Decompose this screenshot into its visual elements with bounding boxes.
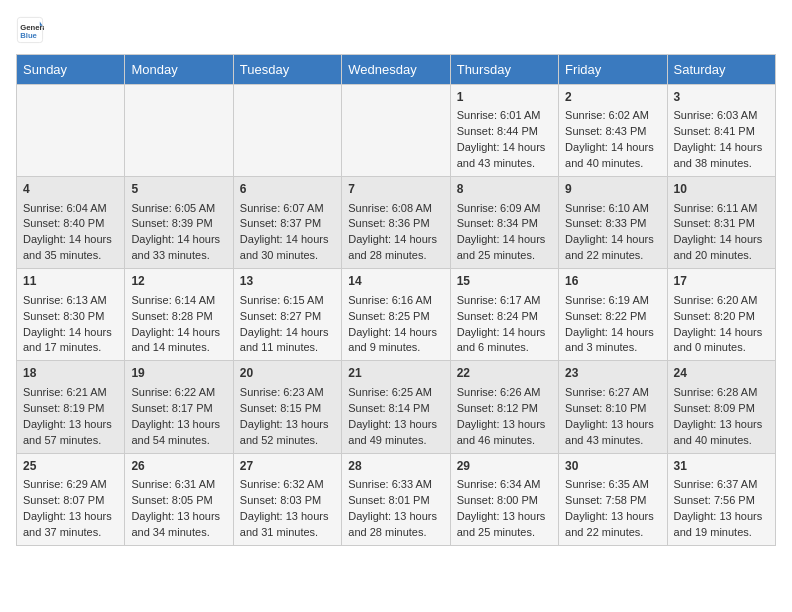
calendar-cell: 24Sunrise: 6:28 AMSunset: 8:09 PMDayligh… (667, 361, 775, 453)
day-info: and 6 minutes. (457, 340, 552, 356)
day-info: Daylight: 14 hours (565, 232, 660, 248)
day-info: Daylight: 14 hours (674, 140, 769, 156)
day-number: 30 (565, 458, 660, 475)
day-number: 2 (565, 89, 660, 106)
day-info: Sunrise: 6:05 AM (131, 201, 226, 217)
day-info: and 37 minutes. (23, 525, 118, 541)
day-info: Daylight: 14 hours (348, 325, 443, 341)
calendar-cell: 12Sunrise: 6:14 AMSunset: 8:28 PMDayligh… (125, 269, 233, 361)
day-info: Sunset: 8:22 PM (565, 309, 660, 325)
day-info: Daylight: 14 hours (23, 232, 118, 248)
day-info: Sunrise: 6:01 AM (457, 108, 552, 124)
calendar-cell: 10Sunrise: 6:11 AMSunset: 8:31 PMDayligh… (667, 177, 775, 269)
day-info: Sunrise: 6:19 AM (565, 293, 660, 309)
day-info: and 33 minutes. (131, 248, 226, 264)
calendar-cell: 14Sunrise: 6:16 AMSunset: 8:25 PMDayligh… (342, 269, 450, 361)
day-number: 31 (674, 458, 769, 475)
calendar-cell: 21Sunrise: 6:25 AMSunset: 8:14 PMDayligh… (342, 361, 450, 453)
day-info: Sunset: 8:27 PM (240, 309, 335, 325)
page-header: General Blue (16, 16, 776, 44)
day-info: Sunrise: 6:04 AM (23, 201, 118, 217)
day-info: Daylight: 13 hours (131, 509, 226, 525)
day-info: Sunset: 8:40 PM (23, 216, 118, 232)
day-info: Sunrise: 6:11 AM (674, 201, 769, 217)
header-row: SundayMondayTuesdayWednesdayThursdayFrid… (17, 55, 776, 85)
day-number: 15 (457, 273, 552, 290)
day-info: Sunrise: 6:35 AM (565, 477, 660, 493)
day-info: Sunrise: 6:16 AM (348, 293, 443, 309)
calendar-cell: 17Sunrise: 6:20 AMSunset: 8:20 PMDayligh… (667, 269, 775, 361)
day-info: Daylight: 14 hours (674, 325, 769, 341)
calendar-cell: 25Sunrise: 6:29 AMSunset: 8:07 PMDayligh… (17, 453, 125, 545)
day-info: and 14 minutes. (131, 340, 226, 356)
calendar-cell: 16Sunrise: 6:19 AMSunset: 8:22 PMDayligh… (559, 269, 667, 361)
day-info: Sunset: 8:41 PM (674, 124, 769, 140)
day-info: Sunset: 8:14 PM (348, 401, 443, 417)
day-number: 21 (348, 365, 443, 382)
day-info: Daylight: 13 hours (23, 417, 118, 433)
day-info: Sunrise: 6:28 AM (674, 385, 769, 401)
day-info: Sunrise: 6:15 AM (240, 293, 335, 309)
calendar-cell: 26Sunrise: 6:31 AMSunset: 8:05 PMDayligh… (125, 453, 233, 545)
calendar-cell (342, 85, 450, 177)
day-info: and 28 minutes. (348, 248, 443, 264)
calendar-cell: 22Sunrise: 6:26 AMSunset: 8:12 PMDayligh… (450, 361, 558, 453)
calendar-cell: 18Sunrise: 6:21 AMSunset: 8:19 PMDayligh… (17, 361, 125, 453)
calendar-cell: 7Sunrise: 6:08 AMSunset: 8:36 PMDaylight… (342, 177, 450, 269)
day-info: Daylight: 13 hours (457, 509, 552, 525)
day-info: Daylight: 13 hours (565, 417, 660, 433)
day-info: Sunset: 8:33 PM (565, 216, 660, 232)
weekday-header: Friday (559, 55, 667, 85)
day-number: 10 (674, 181, 769, 198)
day-number: 20 (240, 365, 335, 382)
day-number: 8 (457, 181, 552, 198)
day-info: Sunrise: 6:17 AM (457, 293, 552, 309)
day-info: Daylight: 14 hours (457, 325, 552, 341)
day-info: and 46 minutes. (457, 433, 552, 449)
day-info: Daylight: 14 hours (457, 232, 552, 248)
day-info: Daylight: 14 hours (457, 140, 552, 156)
day-info: Sunset: 8:20 PM (674, 309, 769, 325)
calendar-cell: 9Sunrise: 6:10 AMSunset: 8:33 PMDaylight… (559, 177, 667, 269)
day-info: and 38 minutes. (674, 156, 769, 172)
day-info: and 49 minutes. (348, 433, 443, 449)
weekday-header: Saturday (667, 55, 775, 85)
day-info: and 19 minutes. (674, 525, 769, 541)
day-info: Daylight: 13 hours (565, 509, 660, 525)
day-number: 22 (457, 365, 552, 382)
day-info: and 31 minutes. (240, 525, 335, 541)
day-info: Daylight: 13 hours (240, 417, 335, 433)
day-number: 18 (23, 365, 118, 382)
day-info: Sunset: 8:34 PM (457, 216, 552, 232)
day-info: Daylight: 13 hours (348, 417, 443, 433)
day-info: and 20 minutes. (674, 248, 769, 264)
day-info: Sunrise: 6:25 AM (348, 385, 443, 401)
calendar-cell: 30Sunrise: 6:35 AMSunset: 7:58 PMDayligh… (559, 453, 667, 545)
calendar-cell: 8Sunrise: 6:09 AMSunset: 8:34 PMDaylight… (450, 177, 558, 269)
calendar-cell: 23Sunrise: 6:27 AMSunset: 8:10 PMDayligh… (559, 361, 667, 453)
day-info: Daylight: 13 hours (240, 509, 335, 525)
calendar-cell: 4Sunrise: 6:04 AMSunset: 8:40 PMDaylight… (17, 177, 125, 269)
day-info: and 3 minutes. (565, 340, 660, 356)
day-info: Sunset: 8:05 PM (131, 493, 226, 509)
day-info: Sunset: 8:12 PM (457, 401, 552, 417)
day-number: 4 (23, 181, 118, 198)
day-info: Sunrise: 6:31 AM (131, 477, 226, 493)
day-info: and 40 minutes. (565, 156, 660, 172)
day-info: Sunset: 8:31 PM (674, 216, 769, 232)
weekday-header: Monday (125, 55, 233, 85)
day-info: Daylight: 13 hours (674, 417, 769, 433)
day-info: Daylight: 14 hours (240, 325, 335, 341)
day-info: Sunset: 8:15 PM (240, 401, 335, 417)
calendar-cell: 19Sunrise: 6:22 AMSunset: 8:17 PMDayligh… (125, 361, 233, 453)
calendar-week-row: 1Sunrise: 6:01 AMSunset: 8:44 PMDaylight… (17, 85, 776, 177)
calendar-cell: 29Sunrise: 6:34 AMSunset: 8:00 PMDayligh… (450, 453, 558, 545)
day-info: Sunset: 8:30 PM (23, 309, 118, 325)
calendar-week-row: 18Sunrise: 6:21 AMSunset: 8:19 PMDayligh… (17, 361, 776, 453)
weekday-header: Sunday (17, 55, 125, 85)
day-info: Daylight: 13 hours (674, 509, 769, 525)
calendar-cell: 15Sunrise: 6:17 AMSunset: 8:24 PMDayligh… (450, 269, 558, 361)
day-info: Sunrise: 6:07 AM (240, 201, 335, 217)
day-info: and 22 minutes. (565, 248, 660, 264)
day-info: Sunrise: 6:34 AM (457, 477, 552, 493)
